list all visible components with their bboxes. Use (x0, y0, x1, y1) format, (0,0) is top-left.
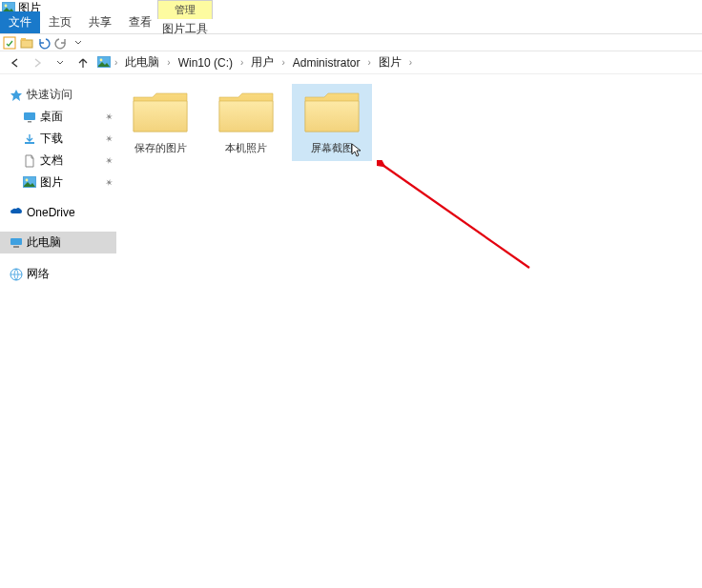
sidebar-this-pc[interactable]: 此电脑 (0, 232, 116, 253)
ribbon-tabs: 文件 主页 共享 查看 (0, 16, 702, 34)
network-icon (10, 268, 23, 281)
folder-view[interactable]: 保存的图片 本机照片 屏幕截图 (116, 74, 702, 588)
up-button[interactable] (74, 54, 92, 71)
folder-icon (301, 88, 362, 135)
sidebar-item-documents[interactable]: 文档 ✶ (0, 150, 116, 172)
download-icon (23, 132, 36, 146)
pin-icon: ✶ (102, 111, 114, 123)
sidebar-quick-access[interactable]: 快速访问 (0, 84, 116, 106)
qat-dropdown-icon[interactable] (72, 36, 85, 50)
pin-icon: ✶ (102, 154, 114, 167)
chevron-right-icon[interactable]: › (238, 57, 245, 68)
svg-rect-8 (10, 238, 22, 245)
tree-sidebar: 快速访问 桌面 ✶ 下载 ✶ 文档 ✶ 图片 ✶ OneDrive 此电脑 (0, 74, 116, 588)
crumb-drive[interactable]: Win10 (C:) (175, 54, 237, 71)
chevron-right-icon[interactable]: › (365, 57, 372, 68)
svg-rect-4 (21, 38, 26, 41)
properties-icon[interactable] (3, 36, 16, 50)
pictures-icon (23, 176, 36, 190)
sidebar-item-desktop[interactable]: 桌面 ✶ (0, 106, 116, 128)
crumb-users[interactable]: 用户 (247, 52, 278, 72)
folder-saved-pictures[interactable]: 保存的图片 (120, 84, 200, 161)
computer-icon (10, 236, 23, 250)
location-icon (97, 56, 111, 70)
navigation-bar: › 此电脑 › Win10 (C:) › 用户 › Administrator … (0, 51, 702, 74)
svg-rect-3 (21, 40, 32, 48)
contextual-tab-header: 管理 (157, 0, 213, 19)
sidebar-item-downloads[interactable]: 下载 ✶ (0, 128, 116, 150)
folder-icon (216, 88, 277, 135)
folder-icon (130, 88, 191, 135)
star-icon (10, 89, 23, 102)
tab-file[interactable]: 文件 (0, 11, 40, 33)
tab-home[interactable]: 主页 (40, 11, 80, 33)
undo-icon[interactable] (37, 36, 51, 50)
tab-view[interactable]: 查看 (120, 11, 160, 33)
sidebar-network[interactable]: 网络 (0, 263, 116, 285)
document-icon (23, 154, 36, 168)
recent-dropdown-icon[interactable] (52, 54, 69, 71)
svg-rect-9 (13, 246, 19, 248)
crumb-pictures[interactable]: 图片 (375, 52, 405, 72)
svg-rect-2 (4, 37, 15, 49)
pin-icon: ✶ (102, 176, 114, 189)
breadcrumb[interactable]: › 此电脑 › Win10 (C:) › 用户 › Administrator … (97, 52, 698, 72)
chevron-right-icon[interactable]: › (165, 57, 172, 68)
svg-rect-6 (28, 121, 31, 123)
contextual-tab-group: 管理 图片工具 (157, 0, 213, 39)
svg-rect-7 (25, 142, 34, 144)
onedrive-icon (10, 206, 23, 219)
chevron-right-icon[interactable]: › (279, 57, 286, 68)
new-folder-icon[interactable] (20, 36, 33, 50)
tab-share[interactable]: 共享 (80, 11, 120, 33)
forward-button[interactable] (29, 54, 46, 71)
svg-rect-5 (24, 112, 35, 120)
crumb-admin[interactable]: Administrator (289, 54, 364, 71)
folder-camera-roll[interactable]: 本机照片 (206, 84, 286, 161)
sidebar-item-pictures[interactable]: 图片 ✶ (0, 172, 116, 193)
pin-icon: ✶ (102, 132, 114, 145)
folder-screenshots[interactable]: 屏幕截图 (292, 84, 372, 161)
sidebar-onedrive[interactable]: OneDrive (0, 203, 116, 222)
sidebar-quick-access-label: 快速访问 (27, 87, 72, 103)
chevron-right-icon[interactable]: › (113, 57, 119, 68)
quick-access-toolbar (0, 34, 702, 51)
redo-icon[interactable] (54, 36, 68, 50)
crumb-this-pc[interactable]: 此电脑 (121, 52, 163, 72)
chevron-right-icon[interactable]: › (407, 57, 414, 68)
back-button[interactable] (6, 54, 23, 71)
tab-picture-tools[interactable]: 图片工具 (157, 19, 213, 39)
desktop-icon (23, 111, 36, 124)
